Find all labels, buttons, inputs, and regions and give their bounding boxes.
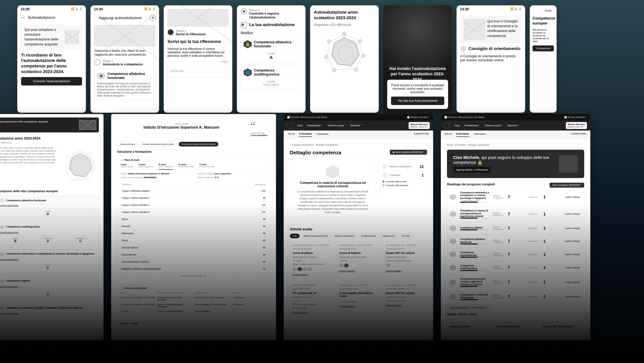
illustration-placeholder [559, 155, 578, 172]
review-title: La tua autovalutazione [249, 22, 294, 28]
illustration-placeholder [464, 19, 485, 40]
illustration-placeholder [65, 30, 78, 44]
step-icon [168, 29, 174, 35]
radar-title: Autovalutazione anno scolastico 2023-202… [314, 10, 375, 20]
radar-date: Registrata il GG-MM-AAAA [314, 23, 375, 27]
competence-row[interactable]: Competenza imprenditorialeAttività e cer… [447, 248, 584, 260]
competence-hex-icon [326, 165, 340, 178]
edit-link[interactable]: Modifica [241, 31, 302, 35]
step-icon: ✻ [241, 8, 247, 14]
competence-row[interactable]: Competenza in materia di cittadinanzaAtt… [447, 291, 584, 303]
svg-point-5 [358, 39, 362, 44]
mobile-consiglio: 14:30📶 📡 🔋 Qui trovi il Consiglio di ori… [456, 5, 525, 113]
activity-card[interactable]: ◉ PCTO · Anno 2023/2024Inserita dalla sc… [290, 281, 334, 316]
radar-chart [322, 29, 368, 75]
illustration-placeholder [94, 25, 155, 46]
competence-hex-icon: ✻ [97, 72, 105, 80]
mobile-reflection: Passo 2Scrivi la riflessione Scrivi qui … [164, 5, 232, 113]
hero-banner: Ciao Michele, qui puoi seguire lo svilup… [447, 150, 584, 178]
svg-marker-12 [70, 156, 90, 176]
competence-card: ✻ Competenza alfabetica funzionale Padro… [94, 69, 155, 100]
svg-point-7 [354, 67, 358, 72]
step-icon [94, 59, 100, 65]
screen-title: Autovalutazione [28, 15, 55, 20]
activity-card[interactable]: ◉ Capolavoro · Anno 2023/2024Inserita da… [336, 281, 380, 316]
desktop-competence-detail: ⬜ Ministero dell'Istruzione e del Merito… [284, 114, 433, 340]
screen-header: ← Autovalutazione [17, 13, 86, 22]
competence-row[interactable]: Competenza matematica e competenza in sc… [447, 189, 584, 205]
consiglio-body: Il Consiglio di orientamento è pronto pe… [460, 54, 521, 62]
back-icon[interactable]: ← [21, 15, 25, 20]
competence-row[interactable]: Competenza alfabetica funzionaleAttività… [447, 235, 584, 247]
desktop-mockups-row: autovalutazione delle competenze acquisi… [0, 114, 590, 340]
consiglio-card-text: Qui trovi il Consiglio di orientamento e… [487, 19, 518, 40]
competence-row[interactable]: Competenza multilinguisticaAttività e ce… [447, 262, 584, 274]
page-title: Dettaglio competenza [290, 150, 427, 156]
mobile-success: 14:30📶 📡 🔋 Hai inviato l'autovalutazione… [383, 5, 452, 113]
goto-button[interactable]: Vai alla tua Autovalutazione [391, 96, 444, 105]
competence-hero: Competenza in materia di consapevolezza … [290, 159, 376, 220]
competence-title: Competenza alfabetica funzionale [108, 72, 152, 80]
icon-label: icona [542, 8, 554, 13]
desktop-autovalutazione-panel: autovalutazione delle competenze acquisi… [0, 114, 104, 340]
year-badge[interactable]: ◉ Anno scolastico 2023/2024 ˅ [390, 150, 427, 155]
school-level-tabs[interactable]: Scuola primaria Scuola secondaria di pri… [117, 142, 270, 146]
hex-icon: 🔒 [244, 40, 252, 48]
ce-title: Competenze europee [532, 16, 554, 26]
status-icons: 📶 📡 🔋 [71, 7, 82, 11]
svg-point-10 [327, 39, 332, 44]
competence-row[interactable]: Competenza personale, sociale e capacità… [447, 275, 584, 290]
chevron-down-icon[interactable]: ˅ [265, 322, 266, 325]
mobile-competenze-europee: icona Competenze europee Nel percorso fo… [530, 5, 556, 113]
breadcrumb[interactable]: < Sviluppo competenze · Dettaglio compet… [290, 144, 427, 146]
consiglio-title: Consiglio di orientamento [468, 46, 520, 52]
desktop-school-profile: La tua scuola Istituto D'Istruzione Supe… [111, 114, 276, 340]
svg-marker-3 [332, 37, 360, 66]
activity-card[interactable]: ◉ Attività extrascolastica · Anno 2023/2… [290, 241, 334, 279]
mobile-autovalutazione-home: 14:30 📶 📡 🔋 ← Autovalutazione Qui puoi c… [17, 5, 86, 113]
mobile-mockups-row: 14:30 📶 📡 🔋 ← Autovalutazione Qui puoi c… [0, 0, 574, 118]
reminder-text: Ti ricordiamo di fare l'autovalutazione … [21, 52, 82, 74]
success-body: Potrai tornare a consultarla in qualsias… [391, 84, 444, 94]
reflection-textarea[interactable]: Scrivi qui [168, 66, 228, 78]
info-text: Qui puoi compilare e consultare l'autova… [24, 28, 63, 47]
hex-icon: 🌐 [244, 68, 252, 76]
year-tabs[interactable]: I annoLiceo Classico II annoLiceo Lingui… [120, 163, 266, 170]
close-icon[interactable]: ✕ [150, 15, 156, 21]
svg-point-4 [342, 32, 347, 36]
disciplines-table: DisciplinaOre annuali Lingua e letteratu… [120, 181, 266, 272]
mobile-review: ✻ Passo 3Controlla e registra l'autovalu… [237, 5, 306, 113]
svg-marker-11 [65, 150, 95, 180]
compile-button[interactable]: Compila l'autovalutazione [21, 77, 82, 86]
step-indicator: Passo 1Autovaluta le competenze [94, 59, 155, 66]
hex-icon: ✻ [241, 22, 247, 28]
user-pill[interactable]: Michele MicheliniStudente · Classe 3ªA [409, 122, 430, 129]
time: 14:30 [21, 7, 30, 11]
reflection-desc: Inserisci la tua riflessione in chiave v… [168, 47, 228, 58]
mobile-add-autovalutazione: 14:30📶 📡 🔋 Aggiungi autovalutazione ✕ Se… [90, 5, 159, 113]
desktop-competence-overview: ⬜ Ministero dell'Istruzione e del Merito… [441, 114, 590, 340]
svg-point-6 [361, 54, 366, 58]
reflection-title: Scrivi qui la tua riflessione [168, 39, 228, 44]
comp-button[interactable]: Competenze [532, 46, 554, 51]
mobile-radar: Autovalutazione anno scolastico 2023-202… [310, 5, 379, 113]
add-activity-button[interactable]: Aggiungi attività o certificazione [453, 167, 491, 173]
avatar-placeholder [460, 46, 466, 52]
activity-card[interactable]: ◉ Attività scolastica · Anno 2023/2024In… [336, 241, 380, 279]
competence-desc: Padroneggiare la lingua di scolarizzazio… [97, 82, 152, 97]
char-counter: 0/500 [168, 60, 228, 64]
svg-point-9 [324, 54, 329, 59]
activity-card[interactable]: ◉ Certificazione · Anno 2022/2023Inserit… [383, 281, 427, 316]
svg-point-8 [332, 68, 336, 73]
intro-text: Seleziona il livello che ritieni di aver… [94, 49, 155, 56]
stats-panel: Attività e certificazioni12 Capolavori1 … [379, 159, 427, 224]
competence-row[interactable]: Competenza in materia di consapevolezza … [447, 207, 584, 221]
status-bar: 14:30 📶 📡 🔋 [17, 5, 86, 13]
school-name: Istituto D'Istruzione Superiore A. Manzo… [121, 125, 242, 130]
activity-filters[interactable]: TutteAttività extrascolastiche(2)Attivit… [290, 234, 427, 238]
illustration-placeholder [168, 9, 228, 26]
competence-row[interactable]: Competenza digitaleAttività e certificaz… [447, 223, 584, 234]
svg-marker-13 [69, 153, 92, 177]
activity-card[interactable]: ◉ Certificazione · Anno 2023/2024Inserit… [383, 241, 427, 279]
logo-placeholder [287, 123, 292, 128]
